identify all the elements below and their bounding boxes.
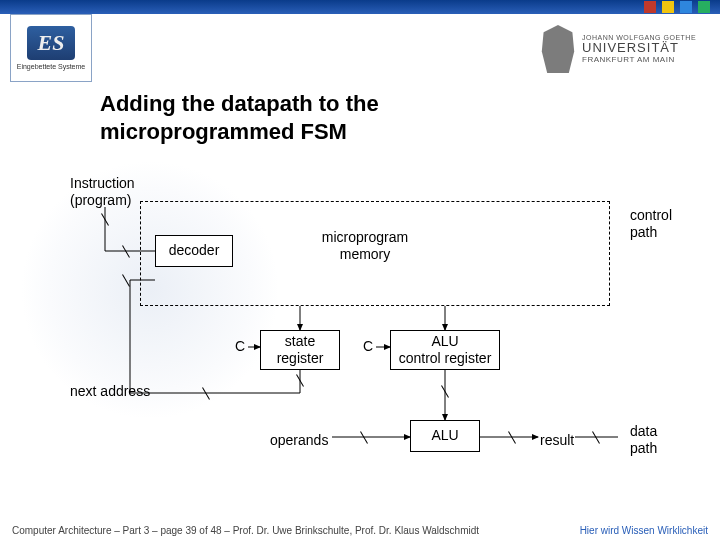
accent-square-blue (680, 1, 692, 13)
bus-slash-icon (294, 374, 306, 386)
bus-slash-icon (200, 387, 212, 399)
bus-slash-icon (590, 431, 602, 443)
clock-c1-label: C (235, 338, 245, 355)
operands-label: operands (270, 432, 328, 449)
university-logo: JOHANN WOLFGANG GOETHE UNIVERSITÄT FRANK… (540, 18, 710, 80)
clock-c2-label: C (363, 338, 373, 355)
data-path-label: data path (630, 423, 690, 457)
bus-slash-icon (506, 431, 518, 443)
microprogram-memory-label: microprogram memory (305, 229, 425, 263)
footer-right: Hier wird Wissen Wirklichkeit (580, 525, 708, 536)
university-text: JOHANN WOLFGANG GOETHE UNIVERSITÄT FRANK… (582, 34, 696, 65)
footer-left: Computer Architecture – Part 3 – page 39… (12, 525, 479, 536)
control-path-label: control path (630, 207, 690, 241)
bus-slash-icon (120, 245, 132, 257)
eagle-icon (540, 25, 576, 73)
alu-block: ALU (410, 420, 480, 452)
bus-slash-icon (120, 274, 132, 286)
bus-slash-icon (99, 213, 111, 225)
es-badge: ES (27, 26, 75, 60)
state-register-block: state register (260, 330, 340, 370)
uni-line2: UNIVERSITÄT (582, 41, 696, 55)
footer: Computer Architecture – Part 3 – page 39… (12, 525, 708, 536)
alu-control-register-block: ALU control register (390, 330, 500, 370)
institute-logo: ES Eingebettete Systeme (10, 14, 92, 82)
diagram: Instruction (program) decoder microprogr… (70, 175, 690, 495)
bus-slash-icon (358, 431, 370, 443)
accent-square-green (698, 1, 710, 13)
instruction-label: Instruction (program) (70, 175, 135, 209)
bus-slash-icon (439, 385, 451, 397)
top-accent-bar (0, 0, 720, 14)
uni-line3: FRANKFURT AM MAIN (582, 56, 696, 65)
decoder-block: decoder (155, 235, 233, 267)
accent-square-yellow (662, 1, 674, 13)
institute-caption: Eingebettete Systeme (17, 63, 86, 70)
result-label: result (540, 432, 574, 449)
accent-square-red (644, 1, 656, 13)
slide-title: Adding the datapath to the microprogramm… (100, 90, 379, 145)
es-text: ES (38, 30, 65, 56)
next-address-label: next address (70, 383, 150, 400)
